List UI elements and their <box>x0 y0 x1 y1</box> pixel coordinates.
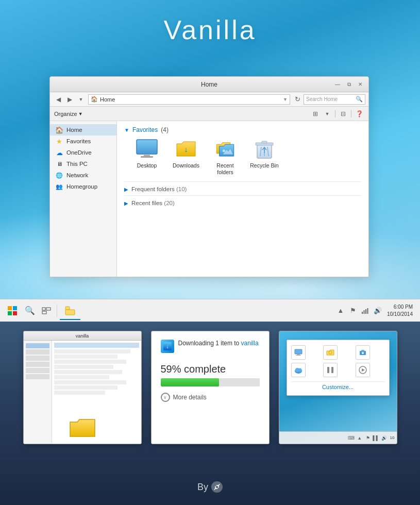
recycle-icon-container <box>253 138 276 160</box>
sidebar-item-network[interactable]: 🌐 Network <box>50 170 116 181</box>
pause-icon <box>326 365 335 375</box>
thumbnail-systray[interactable]: Customize... ⌨ ▲ ⚑ ▌▌ 🔊 10 <box>279 331 397 444</box>
thumb2-link[interactable]: vanilla <box>241 340 259 347</box>
svg-rect-34 <box>361 350 364 351</box>
search-button[interactable]: 🔍 <box>22 302 38 319</box>
volume-icon[interactable]: 🔊 <box>373 306 383 316</box>
forward-button[interactable]: ▶ <box>64 94 75 105</box>
customize-button[interactable]: Customize... <box>291 381 385 390</box>
search-taskbar-icon: 🔍 <box>25 306 35 315</box>
thumb2-inner: ↓ Downloading 1 item to vanilla 59% comp… <box>152 331 269 444</box>
sidebar-item-home[interactable]: 🏠 Home <box>50 124 116 136</box>
svg-point-33 <box>362 352 364 354</box>
svg-rect-25 <box>367 308 368 314</box>
organize-button[interactable]: Organize ▼ <box>54 111 83 117</box>
favorites-arrow[interactable]: ▼ <box>124 127 129 133</box>
network-icon: 🌐 <box>55 171 63 179</box>
thumb3-flag-icon: ⚑ <box>364 434 372 442</box>
sidebar-item-onedrive[interactable]: ☁ OneDrive <box>50 147 116 158</box>
clock-time: 6:00 PM <box>387 304 413 311</box>
thumb1-row-4 <box>54 365 114 369</box>
clock-date: 10/10/2014 <box>387 311 413 318</box>
window-titlebar: Home — ⧉ ✕ <box>50 77 368 92</box>
recent-folders-icon <box>214 138 237 160</box>
more-details-button[interactable]: ∨ More details <box>161 393 260 402</box>
recent-files-arrow: ▶ <box>124 200 128 206</box>
thumbnail-download[interactable]: ↓ Downloading 1 item to vanilla 59% comp… <box>151 331 270 444</box>
recent-files-section: ▶ Recent files (20) <box>124 195 361 207</box>
recent-files-row[interactable]: ▶ Recent files (20) <box>124 199 361 207</box>
thumb1-row-9 <box>54 391 105 395</box>
svg-rect-21 <box>65 310 75 315</box>
svg-rect-28 <box>295 349 302 354</box>
address-bar[interactable]: 🏠 Home ▼ <box>88 94 290 105</box>
thumb1-row-5 <box>54 370 122 374</box>
start-icon <box>7 306 18 316</box>
restore-button[interactable]: ⧉ <box>344 79 354 90</box>
taskbar-separator <box>57 305 57 317</box>
thumb1-row-8 <box>54 385 118 390</box>
thumb1-sidebar <box>24 341 52 444</box>
svg-text:↓: ↓ <box>184 145 188 154</box>
show-hidden-icons-button[interactable]: ▲ <box>335 306 346 316</box>
gear-settings-icon <box>358 348 367 357</box>
sidebar-homegroup-label: Homegroup <box>66 183 97 190</box>
systray-popup-icon-2[interactable] <box>323 345 338 360</box>
recent-files-label: Recent files (20) <box>131 200 175 206</box>
fav-item-recent[interactable]: Recent folders <box>210 138 241 175</box>
thumb2-main-text: Downloading 1 item to vanilla <box>178 340 260 348</box>
thispc-icon: 🖥 <box>55 160 63 168</box>
details-pane-button[interactable]: ⊟ <box>338 109 348 119</box>
clock[interactable]: 6:00 PM 10/10/2014 <box>385 304 415 318</box>
organize-label: Organize <box>54 111 77 117</box>
taskview-icon <box>42 307 51 314</box>
address-toolbar: ◀ ▶ ▼ 🏠 Home ▼ ↻ Search Home 🔍 <box>50 92 368 107</box>
recent-locations-button[interactable]: ▼ <box>76 94 86 105</box>
sidebar-item-favorites[interactable]: ★ Favorites <box>50 136 116 147</box>
favorites-section-title: Favorites <box>132 126 158 133</box>
systray-popup-icon-6[interactable] <box>356 363 370 377</box>
refresh-button[interactable]: ↻ <box>292 94 303 105</box>
svg-rect-29 <box>297 354 300 355</box>
taskbar-pinned-explorer[interactable] <box>60 301 80 320</box>
svg-rect-16 <box>13 311 17 315</box>
help-button[interactable]: ❓ <box>354 109 364 119</box>
close-button[interactable]: ✕ <box>355 79 365 90</box>
frequent-folders-row[interactable]: ▶ Frequent folders (10) <box>124 185 361 193</box>
minimize-button[interactable]: — <box>332 79 343 90</box>
systray-popup-icon-1[interactable] <box>291 345 306 360</box>
sidebar-item-homegroup[interactable]: 👥 Homegroup <box>50 181 116 192</box>
svg-point-37 <box>298 368 301 372</box>
systray-popup-icon-4[interactable] <box>291 363 306 377</box>
view-buttons: ⊞ ▼ ⊟ ❓ <box>310 109 364 119</box>
network-systray-icon[interactable] <box>360 306 371 316</box>
search-box[interactable]: Search Home 🔍 <box>304 94 365 105</box>
thumb3-bars-icon: ▌▌ <box>373 434 380 442</box>
systray-popup-icon-3[interactable] <box>356 345 370 360</box>
systray-popup-icon-5[interactable] <box>323 363 338 377</box>
task-view-button[interactable] <box>38 302 55 319</box>
thumbnail-explorer[interactable]: vanilla <box>23 331 142 444</box>
fav-item-recycle[interactable]: Recycle Bin <box>249 138 280 175</box>
thumb2-text-block: Downloading 1 item to vanilla <box>178 340 260 349</box>
sidebar-thispc-label: This PC <box>66 161 88 167</box>
more-details-label: More details <box>173 394 207 401</box>
fav-item-downloads[interactable]: ↓ Downloads <box>171 138 201 175</box>
back-button[interactable]: ◀ <box>53 94 63 105</box>
explorer-taskbar-icon <box>64 305 76 316</box>
flag-icon[interactable]: ⚑ <box>348 306 358 316</box>
folder-network-icon <box>326 348 335 357</box>
svg-rect-22 <box>362 312 363 314</box>
sidebar-item-thispc[interactable]: 🖥 This PC <box>50 158 116 170</box>
start-button[interactable] <box>3 302 22 319</box>
main-area: ▼ Favorites (4) Desktop <box>117 121 368 277</box>
layout-down-arrow[interactable]: ▼ <box>322 109 332 119</box>
thumb3-volume-icon: 🔊 <box>381 434 388 442</box>
svg-rect-38 <box>327 367 329 373</box>
address-dropdown-arrow[interactable]: ▼ <box>283 97 288 102</box>
fav-item-desktop[interactable]: Desktop <box>131 138 162 175</box>
window-controls: — ⧉ ✕ <box>332 77 365 92</box>
layout-icon-view-button[interactable]: ⊞ <box>310 109 321 119</box>
address-text: Home <box>100 96 115 103</box>
favorites-grid: Desktop ↓ Downloads <box>124 138 361 175</box>
